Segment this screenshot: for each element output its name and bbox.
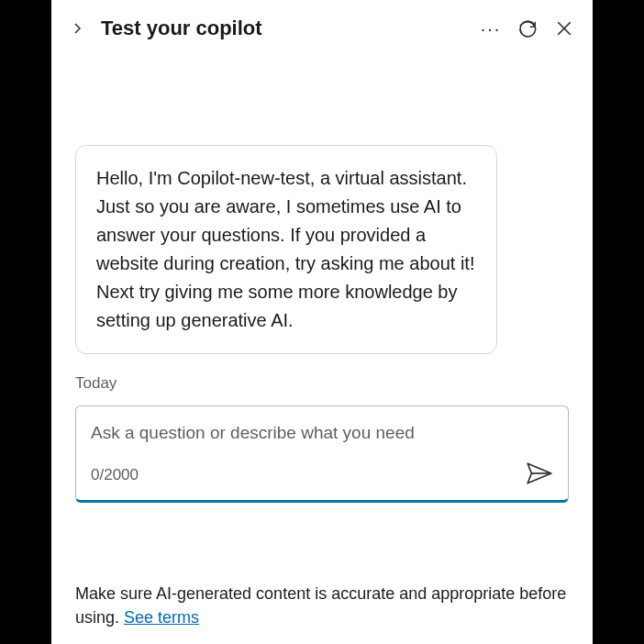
date-divider: Today <box>75 374 569 393</box>
input-footer: 0/2000 <box>91 461 553 489</box>
char-count: 0/2000 <box>91 466 139 484</box>
chat-body: Hello, I'm Copilot-new-test, a virtual a… <box>51 53 593 582</box>
bot-message: Hello, I'm Copilot-new-test, a virtual a… <box>75 145 497 354</box>
chevron-right-icon[interactable] <box>68 18 88 39</box>
disclaimer: Make sure AI-generated content is accura… <box>51 582 593 644</box>
more-options-icon[interactable]: ··· <box>481 18 501 39</box>
refresh-icon[interactable] <box>517 18 538 39</box>
input-area: 0/2000 <box>75 405 569 503</box>
close-icon[interactable] <box>554 18 574 39</box>
header-actions: ··· <box>481 18 574 39</box>
copilot-test-panel: Test your copilot ··· Hello, I'm Cop <box>51 0 593 644</box>
panel-title: Test your copilot <box>101 17 473 40</box>
panel-header: Test your copilot ··· <box>51 0 593 53</box>
bot-message-text: Hello, I'm Copilot-new-test, a virtual a… <box>96 164 476 335</box>
message-input[interactable] <box>91 423 553 443</box>
send-icon[interactable] <box>526 461 553 489</box>
message-input-box[interactable]: 0/2000 <box>75 405 569 503</box>
see-terms-link[interactable]: See terms <box>124 608 199 627</box>
